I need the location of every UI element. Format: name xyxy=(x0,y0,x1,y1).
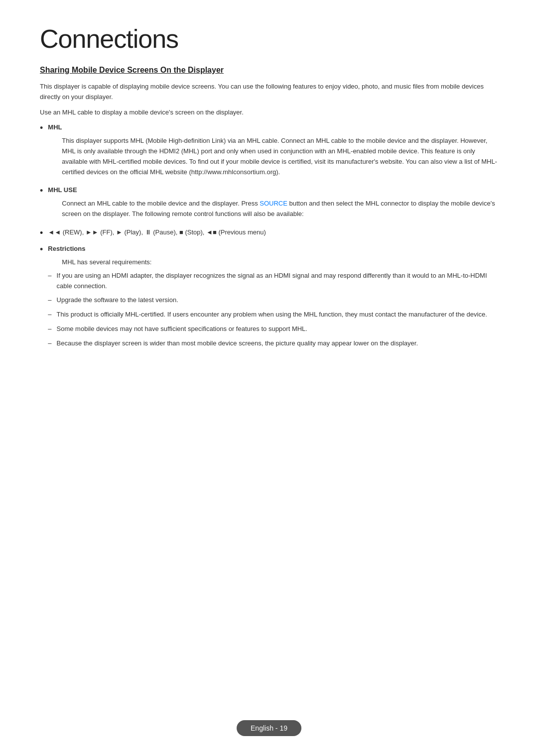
restrictions-sub-list: –If you are using an HDMI adapter, the d… xyxy=(48,271,498,349)
dash-icon: – xyxy=(48,310,51,320)
restriction-item: –If you are using an HDMI adapter, the d… xyxy=(48,271,498,292)
page-footer: English - 19 xyxy=(237,720,301,736)
restrictions-bullet-list: • Restrictions MHL has several requireme… xyxy=(40,244,498,352)
bullet-mhluse-label: MHL USE xyxy=(48,186,77,194)
remote-controls-text: ◄◄ (REW), ►► (FF), ► (Play), ⏸ (Pause), … xyxy=(48,227,266,238)
bullet-restrictions-label: Restrictions xyxy=(48,245,85,252)
section-heading: Sharing Mobile Device Screens On the Dis… xyxy=(40,66,498,75)
restriction-text: Upgrade the software to the latest versi… xyxy=(57,295,178,306)
bullet-restrictions: • Restrictions MHL has several requireme… xyxy=(40,244,498,352)
dash-icon: – xyxy=(48,324,51,334)
main-bullet-list: • MHL This displayer supports MHL (Mobil… xyxy=(40,122,498,222)
bullet-mhluse: • MHL USE Connect an MHL cable to the mo… xyxy=(40,185,498,222)
bullet-dot-restrictions: • xyxy=(40,244,43,255)
bullet-mhluse-desc: Connect an MHL cable to the mobile devic… xyxy=(62,199,498,219)
restriction-item: –Upgrade the software to the latest vers… xyxy=(48,295,498,306)
page-container: Connections Sharing Mobile Device Screen… xyxy=(0,0,538,398)
source-link: SOURCE xyxy=(260,200,287,207)
bullet-restrictions-content: Restrictions MHL has several requirement… xyxy=(48,244,498,352)
restriction-text: Because the displayer screen is wider th… xyxy=(57,338,418,349)
restriction-item: –Because the displayer screen is wider t… xyxy=(48,338,498,349)
remote-controls-line: • ◄◄ (REW), ►► (FF), ► (Play), ⏸ (Pause)… xyxy=(40,227,498,239)
bullet-mhl-content: MHL This displayer supports MHL (Mobile … xyxy=(48,122,498,180)
mhluse-desc-pre: Connect an MHL cable to the mobile devic… xyxy=(62,200,260,207)
page-title: Connections xyxy=(40,24,498,54)
restrictions-intro: MHL has several requirements: xyxy=(62,257,498,268)
restriction-item: –Some mobile devices may not have suffic… xyxy=(48,324,498,334)
restriction-text: Some mobile devices may not have suffici… xyxy=(57,324,307,334)
bullet-dot-mhl: • xyxy=(40,122,43,134)
restriction-text: This product is officially MHL-certified… xyxy=(57,310,487,320)
restriction-text: If you are using an HDMI adapter, the di… xyxy=(57,271,498,292)
dash-icon: – xyxy=(48,271,51,281)
bullet-mhl-label: MHL xyxy=(48,123,62,131)
dash-icon: – xyxy=(48,295,51,306)
restriction-item: –This product is officially MHL-certifie… xyxy=(48,310,498,320)
bullet-mhluse-content: MHL USE Connect an MHL cable to the mobi… xyxy=(48,185,498,222)
intro-text-2: Use an MHL cable to display a mobile dev… xyxy=(40,108,498,118)
dash-icon: – xyxy=(48,338,51,349)
bullet-mhl: • MHL This displayer supports MHL (Mobil… xyxy=(40,122,498,180)
bullet-dot-mhluse: • xyxy=(40,185,43,197)
bullet-mhl-desc: This displayer supports MHL (Mobile High… xyxy=(62,136,498,177)
intro-text-1: This displayer is capable of displaying … xyxy=(40,82,498,103)
bullet-dot-remote: • xyxy=(40,227,43,239)
